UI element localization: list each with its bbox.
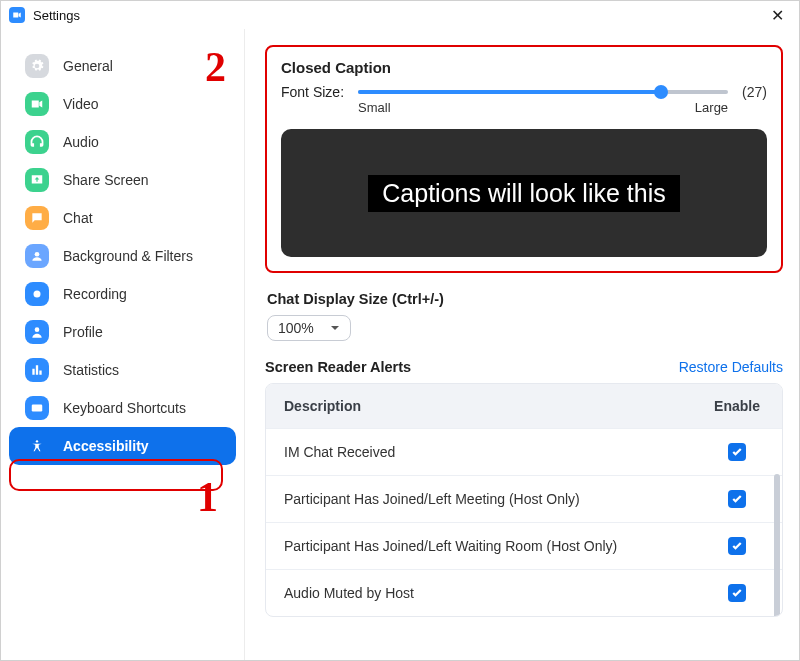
share-screen-icon [25,168,49,192]
app-icon [9,7,25,23]
sidebar-item-chat[interactable]: Chat [9,199,236,237]
closed-caption-panel: Closed Caption Font Size: Small Large (2… [265,45,783,273]
caption-preview-text: Captions will look like this [368,175,679,212]
alerts-body: IM Chat Received Participant Has Joined/… [266,428,782,616]
sidebar-item-label: Profile [63,324,103,340]
caption-preview: Captions will look like this [281,129,767,257]
sidebar-item-keyboard[interactable]: Keyboard Shortcuts [9,389,236,427]
sidebar-item-label: Keyboard Shortcuts [63,400,186,416]
font-size-label: Font Size: [281,84,344,100]
sidebar-item-background[interactable]: Background & Filters [9,237,236,275]
record-icon [25,282,49,306]
svg-point-1 [34,291,41,298]
alert-row: Participant Has Joined/Left Waiting Room… [266,522,782,569]
chevron-down-icon [330,323,340,333]
alerts-table: Description Enable IM Chat Received Part… [265,383,783,617]
sidebar-item-recording[interactable]: Recording [9,275,236,313]
sidebar-item-statistics[interactable]: Statistics [9,351,236,389]
close-button[interactable]: ✕ [763,1,791,29]
alert-desc: IM Chat Received [266,430,692,474]
sidebar-item-label: Statistics [63,362,119,378]
alert-enable-checkbox[interactable] [728,584,746,602]
content-area: Closed Caption Font Size: Small Large (2… [245,29,799,661]
restore-defaults-link[interactable]: Restore Defaults [679,359,783,375]
alert-row: IM Chat Received [266,428,782,475]
slider-max-label: Large [695,100,728,115]
alert-row: Audio Muted by Host [266,569,782,616]
alert-enable-checkbox[interactable] [728,537,746,555]
headphones-icon [25,130,49,154]
accessibility-icon [25,434,49,458]
alert-desc: Participant Has Joined/Left Waiting Room… [266,524,692,568]
screen-reader-heading: Screen Reader Alerts [265,359,411,375]
chat-display-heading: Chat Display Size (Ctrl+/-) [267,291,783,307]
chat-size-value: 100% [278,320,314,336]
slider-thumb[interactable] [654,85,668,99]
stats-icon [25,358,49,382]
keyboard-icon [25,396,49,420]
gear-icon [25,54,49,78]
sidebar-item-label: General [63,58,113,74]
svg-point-4 [36,440,38,442]
font-size-slider[interactable]: Small Large [358,84,728,115]
sidebar: General Video Audio Share Screen Chat Ba… [1,29,245,661]
chat-size-select[interactable]: 100% [267,315,351,341]
sidebar-item-video[interactable]: Video [9,85,236,123]
sidebar-item-profile[interactable]: Profile [9,313,236,351]
background-icon [25,244,49,268]
alerts-header-row: Description Enable [266,384,782,428]
sidebar-item-share-screen[interactable]: Share Screen [9,161,236,199]
col-header-enable: Enable [692,384,782,428]
alert-desc: Participant Has Joined/Left Meeting (Hos… [266,477,692,521]
sidebar-item-label: Share Screen [63,172,149,188]
sidebar-item-label: Background & Filters [63,248,193,264]
col-header-description: Description [266,384,692,428]
font-size-value: (27) [742,84,767,100]
sidebar-item-accessibility[interactable]: Accessibility [9,427,236,465]
chat-icon [25,206,49,230]
svg-point-2 [35,327,40,332]
slider-min-label: Small [358,100,391,115]
sidebar-item-general[interactable]: General [9,47,236,85]
sidebar-item-label: Chat [63,210,93,226]
alert-enable-checkbox[interactable] [728,490,746,508]
font-size-row: Font Size: Small Large (27) [281,84,767,115]
sidebar-item-audio[interactable]: Audio [9,123,236,161]
camera-icon [25,92,49,116]
svg-point-0 [35,252,40,257]
svg-rect-3 [32,405,43,412]
sidebar-item-label: Recording [63,286,127,302]
sidebar-item-label: Video [63,96,99,112]
alert-desc: Audio Muted by Host [266,571,692,615]
sidebar-item-label: Audio [63,134,99,150]
main-layout: General Video Audio Share Screen Chat Ba… [1,29,799,661]
titlebar: Settings ✕ [1,1,799,29]
closed-caption-heading: Closed Caption [281,59,767,76]
sidebar-item-label: Accessibility [63,438,149,454]
profile-icon [25,320,49,344]
alert-row: Participant Has Joined/Left Meeting (Hos… [266,475,782,522]
alert-enable-checkbox[interactable] [728,443,746,461]
window-title: Settings [33,8,80,23]
alerts-scrollbar[interactable] [774,474,780,617]
